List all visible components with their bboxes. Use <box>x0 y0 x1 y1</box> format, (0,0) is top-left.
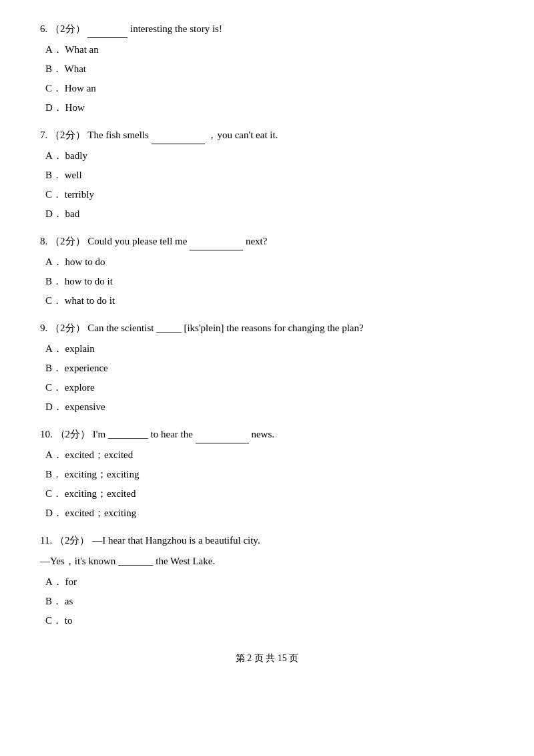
question-6-option-c: C． How an <box>40 79 494 98</box>
question-7-number: 7. <box>40 130 47 140</box>
question-9-option-a: A． explain <box>40 340 494 358</box>
question-10-option-c: C． exciting；excited <box>40 485 494 503</box>
question-11-option-b: B． as <box>40 592 494 610</box>
question-7-blank <box>152 144 205 144</box>
question-8-number: 8. <box>40 236 47 246</box>
question-10-number: 10. <box>40 429 53 439</box>
question-8-blank <box>190 250 243 250</box>
question-8: 8. （2分） Could you please tell me next? A… <box>40 232 494 310</box>
question-11: 11. （2分） —I hear that Hangzhou is a beau… <box>40 532 494 630</box>
page-footer: 第 2 页 共 15 页 <box>40 650 494 667</box>
question-9-option-b: B． experience <box>40 359 494 377</box>
question-10-points: （2分） <box>55 429 91 439</box>
question-7-points: （2分） <box>50 130 85 140</box>
question-7-title: 7. （2分） The fish smells ，you can't eat i… <box>40 126 494 144</box>
question-6-option-b: B． What <box>40 60 494 78</box>
question-11-option-a: A． for <box>40 573 494 591</box>
question-10-option-b: B． exciting；exciting <box>40 465 494 484</box>
question-9-points: （2分） <box>50 323 85 333</box>
question-8-option-b: B． how to do it <box>40 272 494 291</box>
question-9-title: 9. （2分） Can the scientist _____ [iks'ple… <box>40 319 494 337</box>
question-6-number: 6. <box>40 23 47 34</box>
question-9: 9. （2分） Can the scientist _____ [iks'ple… <box>40 319 494 416</box>
question-9-option-c: C． explore <box>40 379 494 397</box>
question-6-option-d: D． How <box>40 99 494 117</box>
question-8-option-a: A． how to do <box>40 253 494 271</box>
question-8-option-c: C． what to do it <box>40 292 494 310</box>
question-10-option-d: D． excited；exciting <box>40 504 494 522</box>
question-6-points: （2分） <box>50 23 85 34</box>
question-8-title: 8. （2分） Could you please tell me next? <box>40 232 494 250</box>
footer-text: 第 2 页 共 15 页 <box>236 653 299 663</box>
question-10-blank <box>196 443 249 443</box>
question-11-points: （2分） <box>55 535 90 546</box>
question-10-option-a: A． excited；excited <box>40 446 494 464</box>
question-10-title: 10. （2分） I'm ________ to hear the news. <box>40 425 494 443</box>
question-6-blank <box>87 37 127 38</box>
question-11-title: 11. （2分） —I hear that Hangzhou is a beau… <box>40 532 494 550</box>
question-6-text: interesting the story is! <box>130 23 222 34</box>
question-10: 10. （2分） I'm ________ to hear the news. … <box>40 425 494 522</box>
question-11-number: 11. <box>40 535 52 546</box>
question-7-option-a: A． badly <box>40 147 494 165</box>
question-8-points: （2分） <box>50 236 85 246</box>
question-9-number: 9. <box>40 323 47 333</box>
question-6-title: 6. （2分） interesting the story is! <box>40 20 494 38</box>
question-7: 7. （2分） The fish smells ，you can't eat i… <box>40 126 494 223</box>
question-11-line2: —Yes，it's known _______ the West Lake. <box>40 552 494 570</box>
question-7-option-d: D． bad <box>40 205 494 223</box>
question-9-option-d: D． expensive <box>40 398 494 416</box>
question-7-option-b: B． well <box>40 166 494 184</box>
question-11-option-c: C． to <box>40 612 494 630</box>
question-6: 6. （2分） interesting the story is! A． Wha… <box>40 20 494 117</box>
question-7-option-c: C． terribly <box>40 186 494 204</box>
question-6-option-a: A． What an <box>40 41 494 59</box>
